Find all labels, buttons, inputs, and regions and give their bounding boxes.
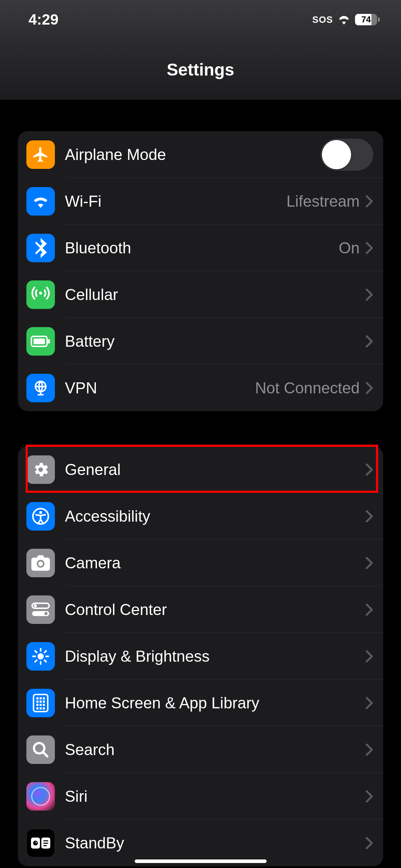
- chevron-right-icon: [365, 335, 373, 348]
- chevron-right-icon: [365, 463, 373, 476]
- page-title: Settings: [167, 60, 234, 79]
- svg-rect-29: [43, 840, 48, 841]
- svg-rect-17: [43, 701, 45, 703]
- svg-rect-12: [36, 697, 38, 699]
- svg-rect-13: [40, 697, 42, 699]
- chevron-right-icon: [365, 382, 373, 394]
- settings-group-system: GeneralAccessibilityCameraControl Center…: [18, 446, 383, 866]
- row-label: Camera: [65, 554, 365, 572]
- svg-rect-22: [40, 707, 42, 709]
- svg-point-7: [34, 604, 37, 607]
- svg-point-10: [37, 653, 43, 659]
- settings-row-cellular[interactable]: Cellular: [18, 271, 383, 318]
- airplane-icon: [26, 140, 55, 169]
- settings-row-camera[interactable]: Camera: [18, 539, 383, 586]
- search-icon: [26, 735, 55, 764]
- row-label: Airplane Mode: [65, 146, 320, 164]
- svg-point-5: [39, 511, 42, 514]
- chevron-right-icon: [365, 790, 373, 803]
- globe-icon: [26, 374, 55, 402]
- settings-row-bluetooth[interactable]: BluetoothOn: [18, 224, 383, 271]
- battery-indicator: 74: [355, 14, 380, 25]
- svg-rect-21: [36, 707, 38, 709]
- settings-list[interactable]: Airplane ModeWi-FiLifestreamBluetoothOnC…: [0, 100, 401, 866]
- row-value: On: [339, 239, 360, 257]
- settings-row-wifi[interactable]: Wi-FiLifestream: [18, 178, 383, 224]
- svg-rect-20: [43, 704, 45, 706]
- status-time: 4:29: [29, 11, 58, 28]
- accessibility-icon: [26, 502, 55, 531]
- settings-group-connectivity: Airplane ModeWi-FiLifestreamBluetoothOnC…: [18, 131, 383, 411]
- chevron-right-icon: [365, 195, 373, 208]
- status-indicators: SOS 74: [312, 14, 380, 25]
- airplane-toggle[interactable]: [320, 139, 373, 171]
- bluetooth-icon: [26, 234, 55, 262]
- svg-rect-14: [43, 697, 45, 699]
- svg-rect-16: [40, 701, 42, 703]
- settings-row-display[interactable]: Display & Brightness: [18, 633, 383, 680]
- settings-row-search[interactable]: Search: [18, 726, 383, 773]
- row-label: Wi-Fi: [65, 192, 287, 210]
- row-label: VPN: [65, 379, 255, 397]
- status-bar: 4:29 SOS 74: [0, 0, 401, 39]
- antenna-icon: [26, 280, 55, 309]
- svg-point-27: [33, 841, 38, 846]
- row-label: Display & Brightness: [65, 647, 365, 665]
- row-label: Cellular: [65, 286, 365, 304]
- gear-icon: [26, 455, 55, 484]
- status-sos: SOS: [312, 14, 333, 25]
- row-label: Battery: [65, 332, 365, 350]
- chevron-right-icon: [365, 603, 373, 616]
- standby-icon: [26, 829, 55, 857]
- wifi-icon: [337, 15, 351, 25]
- settings-row-controlcenter[interactable]: Control Center: [18, 586, 383, 633]
- row-label: StandBy: [65, 834, 365, 852]
- switches-icon: [26, 595, 55, 624]
- settings-row-vpn[interactable]: VPNNot Connected: [18, 365, 383, 411]
- battery-icon: [26, 327, 55, 356]
- chevron-right-icon: [365, 743, 373, 756]
- chevron-right-icon: [365, 557, 373, 569]
- siri-icon: [26, 782, 55, 811]
- row-label: Search: [65, 741, 365, 759]
- settings-row-battery[interactable]: Battery: [18, 318, 383, 365]
- row-label: Home Screen & App Library: [65, 694, 365, 712]
- row-label: Control Center: [65, 601, 365, 619]
- chevron-right-icon: [365, 697, 373, 709]
- settings-row-siri[interactable]: Siri: [18, 773, 383, 820]
- sun-icon: [26, 642, 55, 671]
- svg-rect-23: [43, 707, 45, 709]
- home-indicator[interactable]: [135, 859, 267, 863]
- settings-row-airplane[interactable]: Airplane Mode: [18, 131, 383, 178]
- apps-icon: [26, 689, 55, 717]
- settings-row-accessibility[interactable]: Accessibility: [18, 493, 383, 539]
- svg-rect-19: [40, 704, 42, 706]
- chevron-right-icon: [365, 510, 373, 523]
- settings-row-general[interactable]: General: [18, 446, 383, 493]
- svg-point-25: [32, 787, 50, 805]
- chevron-right-icon: [365, 837, 373, 849]
- svg-rect-1: [34, 339, 45, 344]
- row-value: Lifestream: [287, 192, 360, 210]
- svg-rect-31: [43, 845, 47, 846]
- row-value: Not Connected: [255, 379, 360, 397]
- svg-rect-30: [43, 843, 48, 844]
- row-label: Accessibility: [65, 507, 365, 525]
- svg-rect-2: [48, 339, 50, 343]
- row-label: Siri: [65, 787, 365, 805]
- chevron-right-icon: [365, 242, 373, 254]
- header: Settings: [0, 39, 401, 100]
- camera-icon: [26, 549, 55, 577]
- svg-point-9: [45, 612, 48, 615]
- row-label: Bluetooth: [65, 239, 339, 257]
- chevron-right-icon: [365, 650, 373, 663]
- row-label: General: [65, 461, 365, 479]
- battery-level: 74: [355, 15, 377, 25]
- settings-row-homescreen[interactable]: Home Screen & App Library: [18, 680, 383, 726]
- svg-rect-15: [36, 701, 38, 703]
- wifi-icon: [26, 187, 55, 216]
- svg-rect-18: [36, 704, 38, 706]
- chevron-right-icon: [365, 288, 373, 301]
